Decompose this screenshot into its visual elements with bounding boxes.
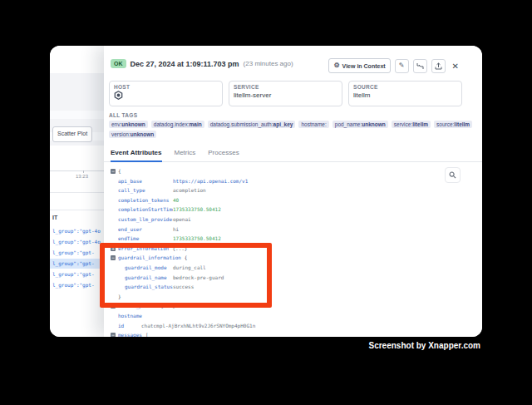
json-key[interactable]: api_base bbox=[118, 176, 173, 186]
json-row-call-type: call_type acompletion bbox=[111, 185, 460, 195]
meta-boxes: HOST SERVICE litellm-server SOURCE litel… bbox=[109, 81, 462, 106]
all-tags-section: ALL TAGS env:unknown datadog.index:main … bbox=[109, 112, 473, 138]
collapse-icon[interactable] bbox=[111, 333, 116, 337]
close-icon: ✕ bbox=[452, 62, 459, 71]
tag-source[interactable]: source:litellm bbox=[434, 121, 472, 128]
xnapper-watermark: Screenshot by Xnapper.com bbox=[369, 341, 481, 350]
tag-pod-name[interactable]: pod_name:unknown bbox=[332, 121, 388, 128]
tab-event-attributes[interactable]: Event Attributes bbox=[111, 145, 162, 162]
upload-icon bbox=[435, 62, 442, 70]
json-row-api-base: api_base https://api.openai.com/v1 bbox=[111, 176, 460, 186]
json-value: chatcmpl-AjBrxhNLht9v2J6rSNYOmp4pH0G1n bbox=[141, 321, 255, 331]
event-relative-time: (23 minutes ago) bbox=[244, 60, 293, 67]
json-row-end-time: endTime 1735333750.50412 bbox=[111, 234, 460, 244]
list-item[interactable]: l_group":"gpt- bbox=[50, 280, 104, 290]
json-key[interactable]: end_user bbox=[118, 225, 173, 235]
event-header: OK Dec 27, 2024 at 1:09:11.703 pm (23 mi… bbox=[111, 59, 293, 68]
chart-axis-line bbox=[50, 170, 104, 171]
json-value: openai bbox=[173, 215, 191, 225]
related-traces-button[interactable] bbox=[413, 59, 427, 73]
json-key[interactable]: messages bbox=[118, 330, 142, 337]
json-row-completion-tokens: completion_tokens 40 bbox=[111, 195, 460, 205]
source-label: SOURCE bbox=[353, 84, 457, 90]
tag-key: version: bbox=[111, 131, 131, 137]
scatter-plot-button[interactable]: Scatter Plot bbox=[52, 126, 92, 142]
section-divider bbox=[50, 210, 104, 210]
annotation-highlight-rectangle bbox=[100, 243, 272, 308]
host-box[interactable]: HOST bbox=[109, 81, 223, 106]
tag-value: main bbox=[189, 121, 201, 127]
tag-datadog-submission-auth[interactable]: datadog.submission_auth:api_key bbox=[208, 121, 296, 128]
json-row-completion-start-time: completionStartTime 1735333750.50412 bbox=[111, 205, 460, 215]
tag-value: api_key bbox=[273, 121, 293, 127]
tag-value: litellm bbox=[454, 121, 470, 127]
tag-datadog-index[interactable]: datadog.index:main bbox=[151, 121, 204, 128]
json-value: 1735333750.50412 bbox=[173, 234, 221, 244]
all-tags-label: ALL TAGS bbox=[109, 112, 473, 118]
tag-key: service: bbox=[394, 121, 412, 127]
json-key[interactable]: custom_llm_provider bbox=[118, 215, 173, 225]
source-box[interactable]: SOURCE litellm bbox=[348, 81, 462, 106]
gear-icon: ⚙ bbox=[333, 62, 339, 69]
edit-button[interactable]: ✎ bbox=[395, 59, 409, 73]
tab-metrics[interactable]: Metrics bbox=[175, 145, 196, 162]
tag-hostname[interactable]: hostname: bbox=[298, 121, 328, 128]
json-key[interactable]: call_type bbox=[118, 185, 173, 195]
list-item[interactable]: l_group":"gpt- bbox=[50, 269, 104, 279]
status-badge: OK bbox=[111, 59, 126, 68]
pencil-icon: ✎ bbox=[399, 62, 405, 69]
tag-env[interactable]: env:unknown bbox=[109, 121, 148, 128]
tag-key: datadog.submission_auth: bbox=[210, 121, 273, 127]
json-key[interactable]: completionStartTime bbox=[118, 205, 173, 215]
service-value: litellm-server bbox=[234, 91, 337, 99]
json-value: 40 bbox=[173, 195, 179, 205]
tag-version[interactable]: version:unknown bbox=[109, 131, 156, 138]
chart-axis-tick-label: 13:23 bbox=[76, 174, 88, 179]
event-timestamp: Dec 27, 2024 at 1:09:11.703 pm bbox=[131, 60, 239, 68]
list-item[interactable]: l_group":"gpt-4o bbox=[50, 226, 104, 236]
source-value: litellm bbox=[353, 91, 457, 99]
tags-list: env:unknown datadog.index:main datadog.s… bbox=[109, 121, 473, 138]
json-key[interactable]: id bbox=[118, 321, 141, 331]
tag-value: unknown bbox=[131, 131, 155, 137]
json-value: 1735333750.50412 bbox=[173, 205, 221, 215]
json-value-link[interactable]: https://api.openai.com/v1 bbox=[173, 176, 248, 186]
chart-axis-tick bbox=[83, 170, 84, 173]
json-value: hi bbox=[173, 225, 179, 235]
json-row-id: id chatcmpl-AjBrxhNLht9v2J6rSNYOmp4pH0G1… bbox=[111, 321, 460, 331]
service-label: SERVICE bbox=[234, 84, 337, 90]
close-button[interactable]: ✕ bbox=[452, 62, 459, 71]
json-key[interactable]: completion_tokens bbox=[118, 195, 173, 205]
chart-grid-line bbox=[50, 192, 104, 193]
table-row-stripe bbox=[50, 111, 104, 119]
tag-key: env: bbox=[111, 121, 121, 127]
service-box[interactable]: SERVICE litellm-server bbox=[229, 81, 342, 106]
tag-key: pod_name: bbox=[335, 121, 362, 127]
tab-processes[interactable]: Processes bbox=[208, 145, 239, 162]
host-label: HOST bbox=[114, 84, 218, 90]
list-item[interactable]: l_group":"gpt- bbox=[50, 248, 104, 258]
tag-service[interactable]: service:litellm bbox=[392, 121, 431, 128]
connector-arrows-icon bbox=[416, 62, 424, 70]
view-in-context-button[interactable]: ⚙ View in Context bbox=[328, 58, 390, 73]
json-brace: [ bbox=[145, 330, 149, 337]
collapse-icon[interactable] bbox=[111, 169, 116, 174]
json-row-end-user: end_user hi bbox=[111, 225, 460, 235]
tag-key: source: bbox=[436, 121, 454, 127]
json-row-messages: messages [ bbox=[111, 330, 460, 337]
tag-key: datadog.index: bbox=[154, 121, 190, 127]
list-item[interactable]: l_group":"gpt-4o bbox=[50, 237, 104, 247]
truncated-header-text: IT bbox=[52, 215, 57, 220]
export-button[interactable] bbox=[431, 59, 446, 73]
tab-bar: Event Attributes Metrics Processes bbox=[104, 145, 482, 162]
tag-value: litellm bbox=[412, 121, 428, 127]
tag-value: unknown bbox=[121, 121, 145, 127]
header-actions: ⚙ View in Context ✎ ✕ bbox=[328, 58, 459, 73]
json-brace: { bbox=[118, 166, 121, 176]
json-root-row: { bbox=[111, 166, 460, 176]
host-hexagon-icon bbox=[114, 91, 123, 100]
json-key[interactable]: hostname bbox=[118, 311, 173, 321]
json-key[interactable]: endTime bbox=[118, 234, 173, 244]
json-value: acompletion bbox=[173, 185, 206, 195]
list-item-selected[interactable]: l_group":"gpt- bbox=[50, 259, 104, 269]
